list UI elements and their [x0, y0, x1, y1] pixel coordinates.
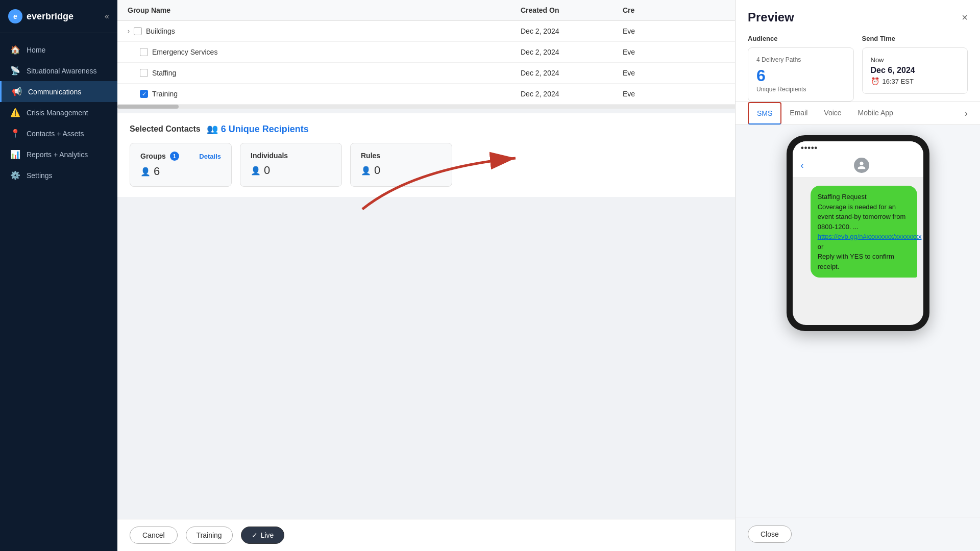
logo-label: everbridge: [27, 11, 74, 22]
phone-preview-container: ●●●●● ‹ Staffing RequestCoverage is need…: [736, 125, 980, 517]
sidebar-item-settings[interactable]: ⚙️ Settings: [0, 165, 117, 186]
settings-icon: ⚙️: [10, 170, 20, 180]
sidebar-item-communications[interactable]: 📢 Communications: [0, 81, 117, 102]
sidebar-item-situational[interactable]: 📡 Situational Awareness: [0, 60, 117, 81]
send-time-label: Send Time: [862, 35, 968, 42]
sms-message-text: Staffing RequestCoverage is needed for a…: [818, 193, 922, 270]
preview-footer: Close: [736, 517, 980, 551]
details-link[interactable]: Details: [199, 153, 221, 160]
phone-messages: Staffing RequestCoverage is needed for a…: [793, 178, 923, 286]
unique-recipients-number: 6: [756, 67, 845, 84]
sidebar-item-label: Settings: [27, 171, 53, 180]
person-group-icon: 👥: [207, 123, 218, 135]
channel-tab-bar: SMS Email Voice Mobile App ›: [736, 102, 980, 125]
row-checkbox-staffing[interactable]: [140, 69, 148, 77]
preview-title: Preview: [748, 10, 794, 24]
delivery-paths-label: 4 Delivery Paths: [756, 56, 845, 63]
audience-section: Audience 4 Delivery Paths 6 Unique Recip…: [748, 35, 854, 102]
col-group-name: Group Name: [128, 6, 521, 14]
row-label: Buildings: [146, 27, 175, 35]
col-creator: Cre: [623, 6, 725, 14]
individuals-card-title: Individuals: [251, 152, 331, 160]
phone-time: ●●●●●: [801, 144, 818, 151]
individuals-count-value: 0: [264, 164, 270, 177]
individuals-label: Individuals: [251, 152, 288, 160]
groups-badge: 1: [170, 152, 179, 161]
close-preview-button[interactable]: Close: [748, 525, 792, 543]
person-icon: 👤: [140, 167, 151, 177]
audience-stat-card: 4 Delivery Paths 6 Unique Recipients: [748, 47, 854, 102]
phone-avatar: [854, 158, 869, 173]
tab-voice-label: Voice: [824, 109, 841, 117]
live-check-icon: ✓: [252, 531, 258, 539]
row-checkbox-emergency[interactable]: [140, 48, 148, 56]
clock-icon: ⏰: [871, 77, 879, 85]
preview-panel: Preview × Audience 4 Delivery Paths 6 Un…: [735, 0, 980, 551]
sidebar-collapse-button[interactable]: «: [105, 12, 109, 21]
scroll-thumb[interactable]: [117, 105, 179, 109]
tab-sms[interactable]: SMS: [748, 102, 781, 124]
contacts-icon: 📍: [10, 129, 20, 138]
phone-nav-bar: ‹: [793, 154, 923, 178]
row-created: Dec 2, 2024: [521, 90, 623, 98]
sidebar: e everbridge « 🏠 Home 📡 Situational Awar…: [0, 0, 117, 551]
send-time-date: Dec 6, 2024: [871, 66, 960, 75]
reports-icon: 📊: [10, 149, 20, 159]
groups-card: Groups 1 Details 👤 6: [130, 143, 232, 187]
selected-contacts-bar: Selected Contacts 👥 6 Unique Recipients …: [117, 113, 735, 197]
tab-mobile-app[interactable]: Mobile App: [850, 103, 901, 124]
sms-message-bubble: Staffing RequestCoverage is needed for a…: [811, 186, 917, 278]
rules-label: Rules: [361, 152, 380, 160]
tab-more-button[interactable]: ›: [965, 108, 968, 119]
tab-voice[interactable]: Voice: [816, 103, 849, 124]
situational-icon: 📡: [10, 66, 20, 76]
row-checkbox-buildings[interactable]: [134, 27, 142, 35]
row-created: Dec 2, 2024: [521, 27, 623, 35]
selected-contacts-title: Selected Contacts 👥 6 Unique Recipients: [130, 123, 723, 135]
unique-recipients-badge: 👥 6 Unique Recipients: [207, 123, 309, 135]
row-label: Emergency Services: [152, 48, 217, 56]
rules-count: 👤 0: [361, 164, 442, 177]
sidebar-item-crisis[interactable]: ⚠️ Crisis Management: [0, 102, 117, 123]
tab-mobile-app-label: Mobile App: [858, 109, 893, 117]
live-button[interactable]: ✓ Live: [241, 527, 285, 544]
training-button[interactable]: Training: [186, 527, 233, 544]
table-row: › Buildings Dec 2, 2024 Eve: [117, 21, 735, 42]
send-time-tz-value: 16:37 EST: [883, 78, 914, 85]
horizontal-scrollbar[interactable]: [117, 105, 735, 109]
contact-cards: Groups 1 Details 👤 6 Individuals 👤 0: [130, 143, 723, 187]
sidebar-item-label: Home: [27, 46, 45, 54]
sidebar-item-home[interactable]: 🏠 Home: [0, 39, 117, 60]
row-created: Dec 2, 2024: [521, 69, 623, 77]
rules-card-title: Rules: [361, 152, 442, 160]
groups-table: Group Name Created On Cre › Buildings De…: [117, 0, 735, 109]
table-row: Emergency Services Dec 2, 2024 Eve: [117, 42, 735, 63]
expand-icon[interactable]: ›: [128, 28, 130, 35]
groups-card-title: Groups 1 Details: [140, 152, 221, 161]
sidebar-item-contacts[interactable]: 📍 Contacts + Assets: [0, 123, 117, 144]
row-creator: Eve: [623, 69, 725, 77]
table-row: Staffing Dec 2, 2024 Eve: [117, 63, 735, 84]
tab-sms-label: SMS: [757, 109, 772, 117]
communications-icon: 📢: [12, 87, 22, 96]
preview-close-button[interactable]: ×: [962, 12, 968, 22]
rules-count-value: 0: [374, 164, 380, 177]
preview-audience-send: Audience 4 Delivery Paths 6 Unique Recip…: [748, 35, 968, 102]
home-icon: 🏠: [10, 45, 20, 55]
cancel-button[interactable]: Cancel: [130, 527, 178, 544]
tab-email[interactable]: Email: [781, 103, 816, 124]
send-time-tz: ⏰ 16:37 EST: [871, 77, 960, 85]
sidebar-item-reports[interactable]: 📊 Reports + Analytics: [0, 144, 117, 165]
row-checkbox-training[interactable]: ✓: [140, 90, 148, 98]
table-header: Group Name Created On Cre: [117, 0, 735, 21]
row-label: Training: [152, 90, 178, 98]
sidebar-nav: 🏠 Home 📡 Situational Awareness 📢 Communi…: [0, 33, 117, 551]
phone-back-button[interactable]: ‹: [801, 160, 804, 171]
logo: e everbridge: [8, 9, 74, 23]
selected-contacts-label: Selected Contacts: [130, 124, 201, 134]
send-time-now: Now: [871, 56, 960, 64]
phone-mockup: ●●●●● ‹ Staffing RequestCoverage is need…: [787, 135, 929, 331]
unique-recipients-sublabel: Unique Recipients: [756, 86, 845, 93]
rules-card: Rules 👤 0: [350, 143, 452, 187]
row-creator: Eve: [623, 48, 725, 56]
